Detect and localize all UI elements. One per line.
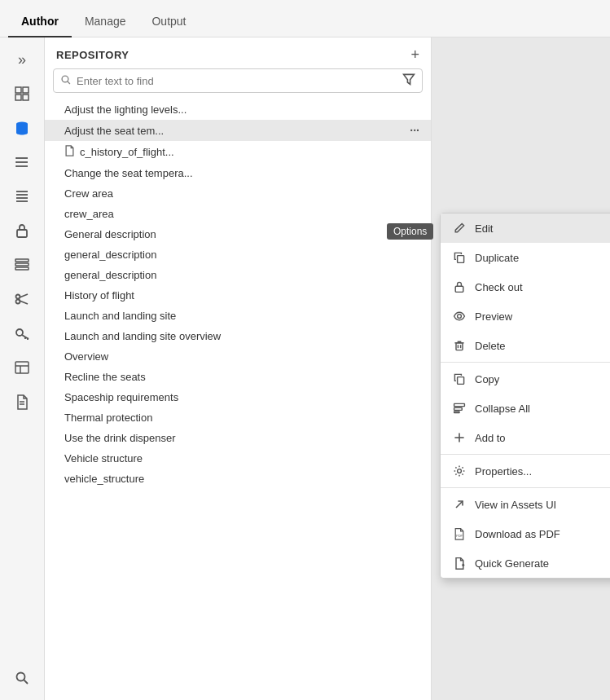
copy-icon: [452, 372, 467, 386]
svg-rect-44: [454, 403, 465, 406]
list-item[interactable]: Launch and landing site overview: [45, 326, 431, 346]
grid-icon[interactable]: [7, 78, 37, 109]
context-menu-item-label: Copy: [475, 373, 499, 385]
file-list: Adjust the lighting levels...Adjust the …: [45, 99, 431, 700]
svg-point-32: [17, 673, 25, 681]
list-item[interactable]: History of flight: [45, 285, 431, 306]
scissors-icon[interactable]: [7, 284, 37, 315]
list-item[interactable]: c_history_of_flight...: [45, 141, 431, 163]
list-item-label: vehicle_structure: [64, 473, 144, 485]
svg-point-8: [15, 157, 17, 159]
list-item[interactable]: Crew area: [45, 183, 431, 204]
repo-panel: REPOSITORY + Adjust the lighting levels.…: [45, 37, 432, 700]
list-item-label: Adjust the seat tem...: [64, 125, 164, 137]
context-menu-item-checkout[interactable]: Check out: [441, 272, 610, 302]
list-item-label: Launch and landing site: [64, 310, 176, 322]
svg-point-20: [16, 300, 20, 304]
context-menu-item-quickgen[interactable]: Quick Generate›: [441, 548, 610, 578]
search-input[interactable]: [77, 75, 399, 87]
repo-add-button[interactable]: +: [410, 47, 419, 62]
plus-icon: [452, 430, 467, 445]
list-item[interactable]: Launch and landing site: [45, 306, 431, 326]
three-dot-menu-icon[interactable]: ···: [410, 124, 419, 137]
svg-rect-15: [17, 230, 27, 237]
lock-icon[interactable]: [7, 215, 37, 246]
pencil-icon: [452, 221, 467, 236]
svg-rect-17: [15, 263, 29, 266]
context-menu-item-copy[interactable]: Copy›: [441, 364, 610, 394]
table-icon[interactable]: [7, 352, 37, 383]
list-item[interactable]: vehicle_structure: [45, 469, 431, 489]
list-item[interactable]: Adjust the seat tem...···: [45, 120, 431, 141]
svg-text:PDF: PDF: [456, 534, 463, 538]
filter-icon[interactable]: [402, 73, 415, 89]
svg-rect-16: [15, 259, 29, 262]
list-item-label: History of flight: [64, 289, 134, 302]
list-item-label: crew_area: [64, 208, 114, 220]
svg-rect-37: [458, 256, 464, 263]
repo-header: REPOSITORY +: [45, 37, 431, 68]
tab-bar: Author Manage Output: [0, 0, 610, 37]
context-menu: EditDuplicateCheck outPreviewDeleteCopy›…: [440, 213, 610, 579]
svg-marker-36: [404, 74, 415, 84]
list-item[interactable]: Thermal protection: [45, 407, 431, 428]
list-item[interactable]: Use the drink dispenser: [45, 428, 431, 448]
tab-manage[interactable]: Manage: [72, 7, 139, 37]
list-item[interactable]: crew_area: [45, 204, 431, 224]
context-menu-item-label: Preview: [475, 310, 512, 323]
svg-rect-43: [458, 377, 464, 385]
svg-rect-38: [455, 286, 463, 292]
list-item[interactable]: general_description: [45, 265, 431, 285]
tab-output[interactable]: Output: [138, 7, 199, 37]
svg-rect-46: [454, 412, 459, 413]
list-item[interactable]: Spaceship requirements: [45, 387, 431, 407]
quickgen-icon: [452, 556, 467, 570]
context-menu-item-properties[interactable]: Properties...: [441, 456, 610, 486]
properties-icon: [452, 464, 467, 478]
list-item[interactable]: General description: [45, 224, 431, 244]
list-item-label: Adjust the lighting levels...: [64, 103, 187, 116]
context-menu-item-label: Check out: [475, 281, 523, 293]
collapse-sidebar-icon[interactable]: »: [7, 44, 37, 75]
context-menu-item-edit[interactable]: Edit: [441, 214, 610, 243]
context-menu-item-label: Add to: [475, 432, 506, 444]
svg-point-10: [15, 165, 17, 167]
list-icon[interactable]: [7, 147, 37, 178]
context-menu-item-label: Edit: [475, 222, 493, 235]
arrow-up-right-icon: [452, 497, 467, 512]
context-menu-item-collapse[interactable]: Collapse All: [441, 394, 610, 423]
key-icon[interactable]: [7, 318, 37, 349]
database-icon[interactable]: [7, 112, 37, 143]
list-item[interactable]: Adjust the lighting levels...: [45, 99, 431, 120]
context-menu-divider: [441, 454, 610, 455]
doc-icon[interactable]: [7, 386, 37, 417]
svg-rect-2: [15, 95, 21, 100]
svg-point-19: [16, 295, 20, 299]
list-item[interactable]: Change the seat tempera...: [45, 163, 431, 183]
list-item-label: Recline the seats: [64, 371, 146, 383]
context-menu-item-downloadpdf[interactable]: PDFDownload as PDF: [441, 519, 610, 548]
context-menu-item-addto[interactable]: Add to›: [441, 423, 610, 452]
steps-icon[interactable]: [7, 249, 37, 280]
context-menu-item-preview[interactable]: Preview: [441, 302, 610, 331]
svg-line-35: [68, 81, 70, 83]
svg-rect-3: [23, 95, 29, 100]
repo-title: REPOSITORY: [56, 49, 129, 61]
svg-rect-45: [454, 407, 463, 410]
context-menu-item-viewassets[interactable]: View in Assets UI: [441, 490, 610, 519]
list-item[interactable]: general_description: [45, 244, 431, 265]
context-menu-item-label: Quick Generate: [475, 557, 549, 570]
svg-rect-1: [23, 87, 29, 93]
list2-icon[interactable]: [7, 181, 37, 212]
tab-author[interactable]: Author: [8, 7, 72, 37]
main-layout: »: [0, 37, 610, 700]
list-item[interactable]: Vehicle structure: [45, 448, 431, 469]
list-item[interactable]: Overview: [45, 346, 431, 367]
context-menu-item-duplicate[interactable]: Duplicate: [441, 243, 610, 272]
search2-icon[interactable]: [7, 663, 37, 693]
list-item-label: Overview: [64, 350, 108, 363]
svg-point-23: [16, 329, 23, 336]
list-item[interactable]: Recline the seats: [45, 367, 431, 387]
list-item-label: Launch and landing site overview: [64, 330, 221, 342]
context-menu-item-delete[interactable]: Delete: [441, 331, 610, 360]
